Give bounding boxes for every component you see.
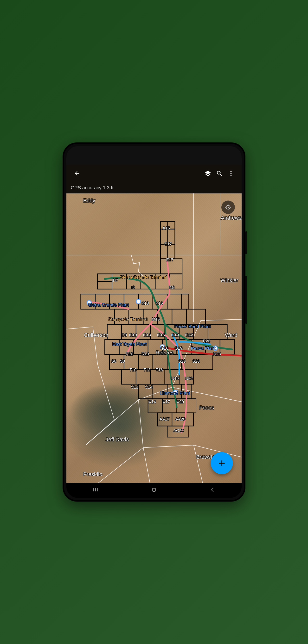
svg-rect-6 <box>161 259 182 274</box>
more-menu-button[interactable] <box>225 168 237 179</box>
locate-me-button[interactable] <box>221 201 235 214</box>
svg-rect-82 <box>152 488 156 492</box>
svg-point-70 <box>160 344 165 349</box>
svg-rect-16 <box>148 399 196 413</box>
svg-rect-8 <box>98 282 112 289</box>
svg-point-2 <box>231 175 232 176</box>
plus-icon <box>218 459 226 468</box>
layers-icon <box>205 170 211 177</box>
back-button[interactable] <box>71 168 83 179</box>
home-icon <box>151 487 157 493</box>
recents-icon <box>92 487 99 493</box>
svg-rect-18 <box>167 426 189 437</box>
gps-accuracy-bar: GPS accuracy 1.3 ft <box>66 182 242 194</box>
svg-rect-13 <box>110 354 213 370</box>
svg-point-1 <box>231 173 232 174</box>
arrow-back-icon <box>74 170 80 177</box>
layers-button[interactable] <box>202 168 214 179</box>
svg-point-0 <box>231 171 232 172</box>
crosshair-icon <box>225 204 231 211</box>
svg-rect-9 <box>81 294 189 309</box>
svg-point-69 <box>136 300 140 304</box>
search-button[interactable] <box>214 168 225 179</box>
svg-rect-17 <box>158 413 194 426</box>
status-bar <box>66 146 242 165</box>
search-icon <box>216 170 223 177</box>
svg-point-71 <box>174 390 178 394</box>
map-canvas[interactable]: EddyAndrewsWinklerWardCulbersonReevesPec… <box>66 194 242 483</box>
more-vert-icon <box>228 170 234 177</box>
app-bar <box>66 165 242 182</box>
map-overlay-svg <box>66 194 242 483</box>
gps-accuracy-text: GPS accuracy 1.3 ft <box>71 185 114 190</box>
add-button-fab[interactable] <box>211 452 233 474</box>
svg-point-74 <box>228 207 229 208</box>
home-button[interactable] <box>144 484 164 496</box>
chevron-left-icon <box>209 487 216 493</box>
svg-rect-14 <box>121 370 194 384</box>
recents-button[interactable] <box>85 484 106 496</box>
svg-point-68 <box>87 300 91 305</box>
android-nav-bar <box>66 483 242 498</box>
svg-point-72 <box>213 346 217 350</box>
nav-back-button[interactable] <box>202 484 223 496</box>
